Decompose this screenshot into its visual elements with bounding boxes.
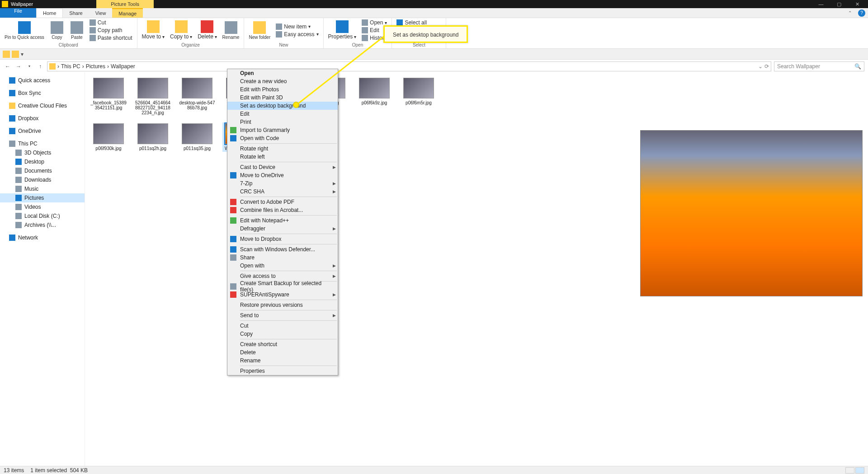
sidebar-item-this-pc[interactable]: This PC	[0, 139, 85, 148]
minimize-button[interactable]: —	[812, 1, 830, 7]
properties-button[interactable]: Properties ▾	[326, 19, 358, 41]
ctx-edit-paint3d[interactable]: Edit with Paint 3D	[227, 94, 338, 102]
ctx-rename[interactable]: Rename	[227, 357, 338, 365]
breadcrumb[interactable]: › This PC › Pictures › Wallpaper ⌄ ⟳	[47, 61, 771, 71]
crumb-pictures[interactable]: Pictures	[86, 63, 105, 70]
search-input[interactable]: Search Wallpaper 🔍	[774, 61, 864, 71]
file-item[interactable]: desktop-wide-54786b78.jpg	[179, 78, 215, 115]
sidebar-item-desktop[interactable]: Desktop	[0, 157, 85, 166]
crumb-this-pc[interactable]: This PC	[61, 63, 80, 70]
copy-button[interactable]: Copy	[48, 20, 66, 41]
ctx-cast-device[interactable]: Cast to Device▶	[227, 163, 338, 171]
ctx-crc-sha[interactable]: CRC SHA▶	[227, 188, 338, 196]
crumb-wallpaper[interactable]: Wallpaper	[111, 63, 135, 70]
ctx-print[interactable]: Print	[227, 118, 338, 126]
sidebar-item-music[interactable]: Music	[0, 184, 85, 193]
ctx-7zip[interactable]: 7-Zip▶	[227, 179, 338, 188]
paste-button[interactable]: Paste	[68, 20, 86, 41]
help-icon[interactable]: ?	[858, 9, 865, 17]
copy-to-button[interactable]: Copy to ▾	[168, 19, 194, 41]
tab-view[interactable]: View	[89, 8, 113, 18]
file-item[interactable]: p06f930k.jpg	[90, 123, 127, 151]
ctx-scan-defender[interactable]: Scan with Windows Defender...	[227, 245, 338, 253]
folder-icon[interactable]	[12, 51, 19, 58]
ctx-smart-backup[interactable]: Create Smart Backup for selected file(s)	[227, 282, 338, 291]
close-button[interactable]: ✕	[848, 1, 866, 7]
picture-tools-tab-header[interactable]: Picture Tools	[96, 0, 154, 8]
ctx-convert-pdf[interactable]: Convert to Adobe PDF	[227, 198, 338, 206]
easy-access-button[interactable]: Easy access ▾	[274, 31, 320, 38]
ctx-rotate-right[interactable]: Rotate right	[227, 145, 338, 153]
sidebar-item-local-disk[interactable]: Local Disk (C:)	[0, 211, 85, 221]
ctx-create-shortcut[interactable]: Create shortcut	[227, 340, 338, 348]
file-item[interactable]: p06f6k9z.jpg	[356, 78, 392, 115]
ctx-open[interactable]: Open	[227, 69, 338, 77]
ribbon-expand-icon[interactable]: ⌃	[846, 9, 854, 17]
ctx-set-desktop-background[interactable]: Set as desktop background	[227, 102, 338, 110]
ctx-restore-previous[interactable]: Restore previous versions	[227, 301, 338, 309]
ctx-share[interactable]: Share	[227, 253, 338, 262]
sidebar-item-dropbox[interactable]: Dropbox	[0, 114, 85, 123]
file-item[interactable]: p011sq35.jpg	[179, 123, 215, 151]
tab-file[interactable]: File	[0, 8, 36, 18]
ctx-import-grammarly[interactable]: Import to Grammarly	[227, 126, 338, 134]
paste-shortcut-button[interactable]: Paste shortcut	[88, 34, 134, 42]
sidebar-item-documents[interactable]: Documents	[0, 166, 85, 175]
rename-button[interactable]: Rename	[221, 20, 241, 41]
ctx-edit-notepadpp[interactable]: Edit with Notepad++	[227, 216, 338, 225]
sidebar-item-onedrive[interactable]: OneDrive	[0, 127, 85, 136]
copy-path-button[interactable]: Copy path	[88, 27, 134, 34]
ctx-defraggler[interactable]: Defraggler▶	[227, 225, 338, 233]
ctx-rotate-left[interactable]: Rotate left	[227, 153, 338, 161]
sidebar-item-archives[interactable]: Archives (\\...	[0, 221, 85, 230]
ctx-move-onedrive[interactable]: Move to OneDrive	[227, 171, 338, 179]
file-item[interactable]: _facebook_1538935421151.jpg	[90, 78, 127, 115]
address-dropdown-icon[interactable]: ⌄	[758, 63, 763, 70]
ctx-send-to[interactable]: Send to▶	[227, 311, 338, 319]
sidebar-item-3d-objects[interactable]: 3D Objects	[0, 148, 85, 157]
delete-button[interactable]: Delete ▾	[196, 19, 218, 41]
file-item[interactable]: p06f6m5r.jpg	[401, 78, 437, 115]
ctx-edit[interactable]: Edit	[227, 110, 338, 118]
tab-manage[interactable]: Manage	[112, 8, 143, 18]
refresh-icon[interactable]: ⟳	[764, 63, 769, 70]
ctx-open-with[interactable]: Open with▶	[227, 262, 338, 270]
ctx-copy[interactable]: Copy	[227, 330, 338, 338]
view-details-button[interactable]	[845, 467, 854, 474]
file-item[interactable]: 526604_451466488227102_941182234_n.jpg	[135, 78, 171, 115]
file-area[interactable]: _facebook_1538935421151.jpg 526604_45146…	[85, 72, 868, 466]
sidebar-item-videos[interactable]: Videos	[0, 202, 85, 211]
folder-icon[interactable]	[3, 51, 10, 58]
cut-button[interactable]: Cut	[88, 19, 134, 26]
up-button[interactable]: ↑	[36, 62, 44, 70]
sidebar-item-network[interactable]: Network	[0, 233, 85, 242]
ctx-create-video[interactable]: Create a new video	[227, 77, 338, 85]
recent-dropdown-icon[interactable]: ▾	[25, 62, 33, 70]
tab-home[interactable]: Home	[36, 8, 63, 18]
sidebar-item-box-sync[interactable]: Box Sync	[0, 89, 85, 98]
pin-quick-access-button[interactable]: Pin to Quick access	[3, 20, 46, 41]
forward-button[interactable]: →	[14, 62, 23, 70]
tab-share[interactable]: Share	[63, 8, 89, 18]
new-item-button[interactable]: New item ▾	[274, 23, 320, 30]
ctx-give-access[interactable]: Give access to▶	[227, 272, 338, 280]
sidebar-item-downloads[interactable]: Downloads	[0, 175, 85, 184]
sidebar-item-pictures[interactable]: Pictures	[0, 193, 85, 202]
ctx-edit-photos[interactable]: Edit with Photos	[227, 85, 338, 94]
sidebar-item-creative-cloud[interactable]: Creative Cloud Files	[0, 101, 85, 110]
ctx-superantispyware[interactable]: SUPERAntiSpyware▶	[227, 291, 338, 299]
ctx-cut[interactable]: Cut	[227, 322, 338, 330]
back-button[interactable]: ←	[4, 62, 12, 70]
qat-dropdown-icon[interactable]: ▾	[21, 51, 24, 57]
ctx-open-code[interactable]: Open with Code	[227, 134, 338, 142]
ctx-properties[interactable]: Properties	[227, 367, 338, 375]
maximize-button[interactable]: ▢	[830, 1, 848, 7]
file-item[interactable]: p011sq2h.jpg	[135, 123, 171, 151]
ctx-delete[interactable]: Delete	[227, 348, 338, 357]
ctx-combine-acrobat[interactable]: Combine files in Acrobat...	[227, 206, 338, 214]
sidebar-item-quick-access[interactable]: Quick access	[0, 76, 85, 85]
move-to-button[interactable]: Move to ▾	[140, 19, 166, 41]
new-folder-button[interactable]: New folder	[247, 20, 272, 41]
ctx-move-dropbox[interactable]: Move to Dropbox	[227, 235, 338, 243]
view-thumbnails-button[interactable]	[855, 467, 864, 474]
